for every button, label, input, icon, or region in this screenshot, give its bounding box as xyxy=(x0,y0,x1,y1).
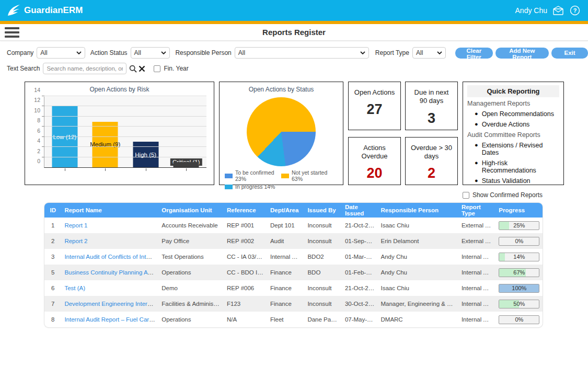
quick-report-link[interactable]: ●Status Validation xyxy=(475,177,559,185)
quick-section-heading: Audit Committee Reports xyxy=(467,131,559,139)
progress-bar: 0% xyxy=(499,237,539,246)
legend-swatch xyxy=(281,174,289,178)
quick-report-label: Overdue Actions xyxy=(482,121,530,128)
table-header-row: IDReport NameOrganisation UnitReferenceD… xyxy=(44,203,543,218)
fin-year-checkbox[interactable] xyxy=(154,65,160,72)
cell-report-name: Internal Audit Report – Fuel Card Usage xyxy=(61,312,158,327)
search-input[interactable] xyxy=(43,63,126,74)
report-type-select[interactable]: All xyxy=(412,47,446,59)
cell-report-type: External Audit xyxy=(458,233,495,249)
bar-chart-title: Open Actions by Risk xyxy=(25,86,214,93)
quick-report-link[interactable]: ●Overdue Actions xyxy=(475,121,559,128)
report-name-link[interactable]: Internal Audit of Conflicts of Interest xyxy=(64,254,158,260)
messages-icon[interactable] xyxy=(552,5,564,16)
company-value: All xyxy=(40,49,47,56)
y-axis-tick: 12 xyxy=(34,97,40,103)
legend-label: Not yet started 63% xyxy=(292,169,338,182)
table-row: 3Internal Audit of Conflicts of Interest… xyxy=(44,249,543,265)
cell-progress: 0% xyxy=(495,233,543,249)
pie-legend: To be confirmed 23%Not yet started 63%In… xyxy=(220,166,343,190)
progress-label: 67% xyxy=(499,269,539,277)
add-new-report-button[interactable]: Add New Report xyxy=(495,48,549,59)
action-status-label: Action Status xyxy=(90,49,128,56)
report-name-link[interactable]: Report 2 xyxy=(64,238,87,244)
report-name-link[interactable]: Test (A) xyxy=(64,285,85,291)
responsible-person-select[interactable]: All xyxy=(235,47,369,59)
table-row: 2Report 2Pay OfficeREP #002AuditInconsul… xyxy=(44,233,543,249)
cell-report-type: Internal Audit xyxy=(458,280,495,296)
clear-filter-button[interactable]: Clear Filter xyxy=(455,48,492,59)
legend-label: To be confirmed 23% xyxy=(235,169,281,182)
cell-reference: REP #001 xyxy=(224,218,267,233)
cell-dept-area: Finance xyxy=(267,265,304,280)
svg-text:?: ? xyxy=(573,7,577,14)
bullet-icon: ● xyxy=(475,177,478,185)
progress-label: 14% xyxy=(499,253,539,261)
cell-report-name: Test (A) xyxy=(61,280,158,296)
cell-id: 2 xyxy=(44,233,61,249)
cell-responsible-person: Andy Chu xyxy=(378,265,458,280)
y-axis-tick: 4 xyxy=(37,138,40,144)
cell-progress: 14% xyxy=(495,249,543,265)
cell-reference: F123 xyxy=(224,296,267,312)
cell-organisation-unit: Operations xyxy=(158,265,224,280)
pie-chart-title: Open Actions by Status xyxy=(220,86,343,93)
kpi-value: 3 xyxy=(428,110,435,127)
kpi-value: 20 xyxy=(366,165,382,181)
column-header-report-name: Report Name xyxy=(61,203,158,218)
cell-dept-area: Internal Audit xyxy=(267,249,304,265)
show-confirmed-checkbox[interactable] xyxy=(463,192,469,199)
quick-report-link[interactable]: ●Extensions / Revised Dates xyxy=(475,142,559,156)
cell-responsible-person: Andy Chu xyxy=(378,249,458,265)
column-header-progress: Progress xyxy=(495,203,543,218)
cell-report-type: Internal Audit xyxy=(458,265,495,280)
cell-organisation-unit: Demo xyxy=(158,280,224,296)
company-select[interactable]: All xyxy=(37,47,85,59)
cell-date-issued: 01-Mar-2018 xyxy=(342,249,378,265)
gridline xyxy=(44,96,206,96)
kpi-title: Overdue > 30 days xyxy=(411,144,453,161)
quick-section-heading: Management Reports xyxy=(467,100,559,107)
clear-search-icon[interactable] xyxy=(139,65,145,72)
quick-report-link[interactable]: ●Open Recommendations xyxy=(475,110,559,118)
cell-progress: 100% xyxy=(495,280,543,296)
cell-report-type: Internal Audit xyxy=(458,312,495,327)
report-name-link[interactable]: Internal Audit Report – Fuel Card Usage xyxy=(64,316,158,323)
cell-id: 6 xyxy=(44,280,61,296)
report-name-link[interactable]: Business Continuity Planning Audit xyxy=(64,269,157,276)
help-icon[interactable]: ? xyxy=(569,5,581,16)
cell-issued-by: Dane Parsons xyxy=(304,312,341,327)
cell-reference: REP #002 xyxy=(224,233,267,249)
cell-report-name: Business Continuity Planning Audit xyxy=(61,265,158,280)
report-name-link[interactable]: Development Engineering Internal Audit xyxy=(64,301,158,307)
cell-reference: REP #006 xyxy=(224,280,267,296)
quick-report-label: High-risk Recommendations xyxy=(482,159,559,174)
bullet-icon: ● xyxy=(475,142,478,156)
action-status-select[interactable]: All xyxy=(131,47,170,59)
quick-report-label: Extensions / Revised Dates xyxy=(482,142,559,156)
kpi-card: Actions Overdue20 xyxy=(348,137,401,186)
cell-id: 7 xyxy=(44,296,61,312)
dashboard-widgets: Open Actions by Risk Low (12)Medium (9)H… xyxy=(25,82,588,185)
y-axis-tick: 2 xyxy=(37,148,40,154)
report-name-link[interactable]: Report 1 xyxy=(64,222,87,228)
bar-label: Low (12) xyxy=(53,134,76,140)
search-icon[interactable] xyxy=(129,65,137,73)
cell-dept-area: Audit xyxy=(267,233,304,249)
bullet-icon: ● xyxy=(475,121,478,128)
company-label: Company xyxy=(7,49,33,56)
cell-issued-by: Inconsult xyxy=(304,296,341,312)
progress-bar: 100% xyxy=(499,284,539,293)
bar-medium: Medium (9) xyxy=(93,122,118,167)
report-type-value: All xyxy=(416,49,423,56)
cell-progress: 67% xyxy=(495,265,543,280)
quick-report-link[interactable]: ●High-risk Recommendations xyxy=(475,159,559,174)
user-name[interactable]: Andy Chu xyxy=(515,6,547,15)
brand-name: GuardianERM xyxy=(24,5,83,16)
cell-report-type: Internal Audit xyxy=(458,296,495,312)
cell-dept-area: Fleet xyxy=(267,312,304,327)
progress-bar: 14% xyxy=(499,253,539,261)
table-row: 8Internal Audit Report – Fuel Card Usage… xyxy=(44,312,543,327)
chevron-down-icon xyxy=(437,51,442,54)
exit-button[interactable]: Exit xyxy=(551,48,588,59)
